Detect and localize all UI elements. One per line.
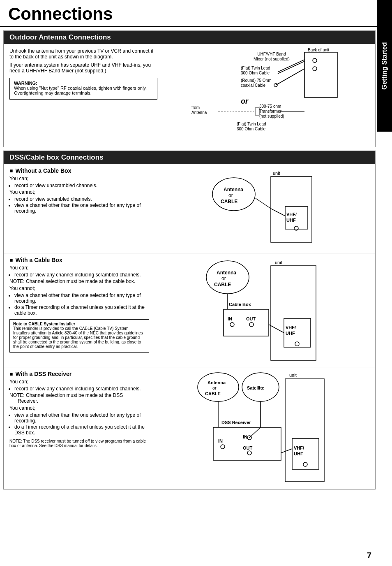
- page-title: Connections: [0, 0, 392, 27]
- with-can-list: record or view any channel including scr…: [9, 272, 149, 278]
- sat-to-dss-line2: [249, 427, 261, 438]
- without-cannot-item-2: view a channel other than the one select…: [14, 202, 149, 214]
- cable-box-rect: [224, 309, 269, 336]
- without-cannot-item-1: record or view scrambled channels.: [14, 196, 149, 202]
- vhf-label-1: VHF/: [286, 212, 297, 217]
- cable-box-label: Cable Box: [229, 302, 251, 307]
- satellite-label: Satellite: [247, 385, 264, 390]
- cable-note-box: Note to CABLE System Installer This remi…: [9, 319, 149, 353]
- out-label: OUT: [246, 316, 256, 321]
- flat-twin-lead2-label: (Flat) Twin Lead: [237, 122, 266, 126]
- vhf-label-3: VHF/: [294, 445, 304, 450]
- without-cannot-text: You cannot;: [9, 189, 149, 195]
- with-can-text: You can;: [9, 265, 149, 271]
- connect-line-1: [256, 198, 271, 209]
- vhf-conn-1: [294, 226, 298, 230]
- with-cable-svg: unit VHF/ UHF Antenna or CABLE Cable Box…: [205, 257, 320, 364]
- uhf-label-3: UHF: [294, 451, 303, 456]
- with-cannot-text: You cannot;: [9, 285, 149, 291]
- dss-cannot-item-1: view a channel other than the one select…: [14, 412, 149, 424]
- dss-cannot-item-2: do a Timer recording of a channel unless…: [14, 424, 149, 436]
- in-conn: [230, 322, 234, 327]
- outdoor-content-area: Unhook the antenna from your previous TV…: [4, 44, 375, 147]
- warning-box: WARNING: When using "Nut type" RF coaxia…: [9, 78, 157, 100]
- out-conn: [249, 322, 254, 327]
- without-cable-title: Without a Cable Box: [9, 167, 149, 174]
- without-cable-svg: unit VHF/ UHF Antenna or CABLE: [209, 167, 316, 250]
- or-label-3: or: [212, 385, 217, 390]
- with-note-1: NOTE: Channel selection must be made at …: [9, 278, 149, 284]
- dss-in-label: IN: [218, 438, 223, 443]
- unit-label-2: unit: [275, 260, 282, 265]
- with-cable-diagram: unit VHF/ UHF Antenna or CABLE Cable Box…: [156, 257, 369, 364]
- cable-label-2: CABLE: [214, 282, 231, 288]
- dss-can-text: You can;: [9, 379, 149, 385]
- unit-label-3: unit: [289, 373, 297, 378]
- dss-note-2: NOTE: The DSS receiver must be turned of…: [9, 439, 149, 448]
- unit-box: [304, 52, 337, 97]
- or-label-1: or: [228, 193, 233, 198]
- dss-to-unit-line: [281, 449, 292, 453]
- with-dss-subsection: With a DSS Receiver You can; record or v…: [4, 367, 375, 489]
- antenna-label-3: Antenna: [208, 380, 226, 385]
- vhf-conn-3: [303, 462, 307, 466]
- flat-twin-lead-label: (Flat) Twin Lead: [241, 66, 270, 70]
- round-label2: coaxial Cable: [241, 83, 265, 88]
- without-cable-diagram: unit VHF/ UHF Antenna or CABLE: [156, 167, 369, 250]
- with-cannot-item-2: do a Timer recording of a channel unless…: [14, 304, 149, 316]
- dss-in-conn: [221, 445, 225, 449]
- uhf-label-1: UHF: [286, 218, 296, 223]
- flat-twin-lead-label2: 300 Ohm Cable: [241, 71, 270, 75]
- or-label: or: [241, 97, 249, 105]
- outdoor-left-col: Unhook the antenna from your previous TV…: [9, 48, 157, 143]
- warning-title: WARNING:: [14, 81, 37, 86]
- without-can-text: You can;: [9, 176, 149, 181]
- outdoor-text-1: Unhook the antenna from your previous TV…: [9, 48, 157, 60]
- outdoor-antenna-section: Outdoor Antenna Connections Unhook the a…: [3, 30, 376, 147]
- without-can-list: record or view unscrambled channels.: [9, 183, 149, 188]
- or-label-2: or: [221, 276, 226, 281]
- with-cannot-item-1: view a channel other than the one select…: [14, 292, 149, 304]
- cable-note-text: This reminder is provided to call the CA…: [13, 326, 145, 349]
- vhf-label-2: VHF/: [286, 325, 296, 330]
- flat-twin-lead2-label2: 300 Ohm Cable: [237, 127, 265, 131]
- round-label: (Round) 75 Ohm: [241, 78, 271, 83]
- transformer-box: [255, 108, 259, 115]
- without-cannot-list: record or view scrambled channels. view …: [9, 196, 149, 214]
- cable-label-3: CABLE: [205, 391, 221, 396]
- with-cable-left: With a Cable Box You can; record or view…: [9, 257, 149, 364]
- page-number: 7: [367, 551, 371, 560]
- unit-conn2: [313, 67, 317, 71]
- unit-box-2: [271, 266, 316, 360]
- uhf-label-2: UHF: [286, 331, 295, 336]
- with-dss-diagram: unit VHF/ UHF Antenna or CABLE Satellite…: [156, 371, 369, 486]
- outdoor-diagram: UHF/VHF Band Mixer (not supplied) Back o…: [187, 48, 344, 143]
- uhf-vhf-label2: Mixer (not supplied): [254, 57, 290, 61]
- flat-line2: [278, 61, 304, 74]
- transformer-label2: Transformer: [259, 109, 282, 114]
- flat-line1: [278, 60, 304, 72]
- sidebar-tab: Getting Started: [377, 0, 392, 132]
- antenna-label-1: Antenna: [224, 187, 243, 193]
- with-dss-left: With a DSS Receiver You can; record or v…: [9, 371, 149, 486]
- with-can-item-1: record or view any channel including scr…: [14, 272, 149, 278]
- in-label: IN: [228, 316, 232, 321]
- with-cable-subsection: With a Cable Box You can; record or view…: [4, 253, 375, 367]
- dss-box-rect: [213, 427, 281, 460]
- dss-in2-label: IN: [243, 434, 247, 439]
- unit-conn1: [313, 58, 317, 63]
- with-dss-svg: unit VHF/ UHF Antenna or CABLE Satellite…: [197, 371, 328, 486]
- uhf-vhf-label: UHF/VHF Band: [257, 52, 286, 56]
- without-cable-left: Without a Cable Box You can; record or v…: [9, 167, 149, 250]
- without-can-item-1: record or view unscrambled channels.: [14, 183, 149, 188]
- dss-cannot-text: You cannot;: [9, 405, 149, 411]
- antenna-cable-box-2: [206, 261, 249, 294]
- vhf-conn-2: [295, 342, 299, 346]
- connect-line-2: [271, 209, 285, 216]
- dss-section: DSS/Cable box Connections Without a Cabl…: [3, 151, 376, 489]
- with-dss-title: With a DSS Receiver: [9, 371, 149, 377]
- from-antenna-label: from: [191, 105, 200, 110]
- dss-note-1: NOTE: Channel selection must be made at …: [9, 392, 149, 404]
- antenna-cable-box-1: [212, 178, 255, 211]
- cable-label-1: CABLE: [221, 199, 238, 204]
